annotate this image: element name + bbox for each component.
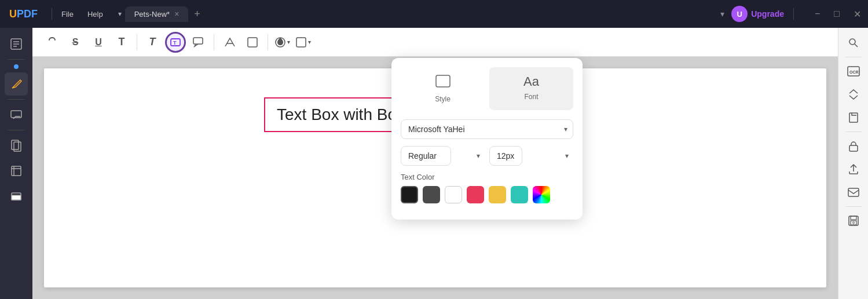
- tab-dropdown-arrow[interactable]: ▾: [115, 8, 125, 20]
- color-picker-button[interactable]: ▾: [273, 34, 291, 51]
- font-family-select[interactable]: Microsoft YaHei Arial Times New Roman He…: [401, 119, 573, 139]
- save-disk-icon[interactable]: [843, 210, 864, 231]
- sidebar-comment-icon[interactable]: [5, 103, 28, 126]
- svg-point-18: [849, 39, 855, 45]
- sidebar-sep-3: [8, 130, 25, 130]
- svg-rect-23: [849, 145, 858, 151]
- text-color-label: Text Color: [401, 173, 573, 181]
- right-sep-3: [845, 206, 862, 207]
- sidebar-pages-icon[interactable]: [5, 32, 28, 56]
- style-size-row: Regular Bold Italic Bold Italic 8px 10px…: [401, 146, 573, 166]
- close-button[interactable]: ✕: [851, 9, 863, 20]
- help-menu[interactable]: Help: [80, 8, 110, 21]
- font-tab-label: Font: [524, 93, 538, 101]
- black-swatch[interactable]: [401, 186, 418, 203]
- font-size-select[interactable]: 8px 10px 12px 14px 16px 18px 24px 36px: [489, 146, 522, 166]
- toolbar-sep-2: [214, 34, 214, 50]
- title-sep-1: [52, 8, 52, 20]
- title-bar: UPDF File Help ▾ Pets-New* × + ▾ U Upgra…: [0, 0, 868, 28]
- font-style-wrapper: Regular Bold Italic Bold Italic: [401, 146, 485, 166]
- style-tab-icon: [435, 74, 451, 92]
- right-sep-2: [845, 132, 862, 132]
- new-tab-button[interactable]: +: [188, 8, 206, 20]
- sidebar-sep-2: [8, 99, 25, 100]
- tab-label: Pets-New*: [134, 10, 170, 19]
- style-tab[interactable]: Style: [401, 67, 485, 110]
- lock-icon[interactable]: [843, 136, 864, 156]
- strikethrough-text-icon[interactable]: S: [65, 32, 86, 53]
- red-swatch[interactable]: [467, 186, 484, 203]
- svg-rect-17: [436, 75, 450, 87]
- svg-text:T: T: [173, 40, 177, 46]
- text-box-active-icon[interactable]: T: [165, 32, 186, 53]
- minimize-button[interactable]: −: [812, 9, 822, 20]
- content-area: S U T T T: [32, 28, 838, 299]
- rainbow-swatch[interactable]: [533, 186, 550, 203]
- convert-icon[interactable]: [843, 84, 864, 105]
- speech-bubble-icon[interactable]: [188, 32, 209, 53]
- svg-rect-24: [848, 188, 859, 196]
- text-plain-icon[interactable]: T: [111, 32, 132, 53]
- win-sep: [793, 8, 794, 20]
- upgrade-label: Upgrade: [751, 9, 784, 19]
- yellow-swatch[interactable]: [489, 186, 506, 203]
- border-style-button[interactable]: ▾: [294, 34, 312, 51]
- search-icon[interactable]: [843, 32, 864, 53]
- font-size-wrapper: 8px 10px 12px 14px 16px 18px 24px 36px: [489, 146, 573, 166]
- sidebar-edit-icon[interactable]: [5, 72, 28, 96]
- svg-rect-9: [12, 195, 21, 200]
- toolbar-sep-3: [268, 34, 268, 50]
- highlight-icon[interactable]: [219, 32, 240, 53]
- maximize-button[interactable]: □: [832, 9, 842, 20]
- sidebar-sep-1: [8, 59, 25, 60]
- color-swatches: [401, 186, 573, 203]
- tab-area: ▾ Pets-New* × +: [115, 6, 718, 22]
- teal-swatch[interactable]: [511, 186, 528, 203]
- eraser-icon[interactable]: [242, 32, 263, 53]
- underline-text-icon[interactable]: U: [88, 32, 109, 53]
- window-controls: − □ ✕: [812, 9, 863, 20]
- left-sidebar: [0, 28, 32, 299]
- svg-rect-27: [851, 221, 856, 225]
- email-icon[interactable]: [843, 182, 864, 203]
- title-chevron-icon[interactable]: ▾: [718, 9, 727, 19]
- upgrade-button[interactable]: U Upgrade: [731, 6, 784, 22]
- toolbar: S U T T T: [32, 28, 838, 57]
- upgrade-avatar: U: [731, 6, 748, 22]
- panel-tabs: Style Aa Font: [401, 67, 573, 110]
- extract-icon[interactable]: [843, 107, 864, 128]
- ocr-icon[interactable]: OCR: [843, 61, 864, 82]
- font-family-section: Microsoft YaHei Arial Times New Roman He…: [401, 119, 573, 139]
- font-tab-icon: Aa: [523, 74, 539, 89]
- app-logo: UPDF: [5, 8, 42, 20]
- svg-rect-22: [849, 113, 858, 122]
- svg-rect-7: [12, 166, 21, 176]
- active-tab[interactable]: Pets-New* ×: [125, 6, 189, 22]
- svg-point-28: [852, 222, 854, 224]
- svg-rect-16: [296, 38, 306, 47]
- text-edit-icon[interactable]: T: [142, 32, 163, 53]
- text-color-section: Text Color: [401, 173, 573, 203]
- svg-line-19: [855, 44, 858, 47]
- svg-rect-14: [248, 38, 257, 47]
- dark-gray-swatch[interactable]: [423, 186, 440, 203]
- font-family-wrapper: Microsoft YaHei Arial Times New Roman He…: [401, 119, 573, 139]
- sidebar-pages2-icon[interactable]: [5, 134, 28, 157]
- title-bar-right: ▾ U Upgrade − □ ✕: [718, 6, 863, 22]
- svg-rect-26: [851, 216, 856, 220]
- font-panel: Style Aa Font Microsoft YaHei Arial: [391, 58, 583, 220]
- text-strikethrough-icon[interactable]: [42, 32, 63, 53]
- tab-close-button[interactable]: ×: [174, 10, 179, 18]
- white-swatch[interactable]: [445, 186, 462, 203]
- sidebar-dot: [14, 64, 19, 69]
- sidebar-crop-icon[interactable]: [5, 159, 28, 183]
- right-sep-1: [845, 57, 862, 57]
- file-menu[interactable]: File: [54, 8, 80, 21]
- sidebar-layers-icon[interactable]: [5, 185, 28, 208]
- font-style-select[interactable]: Regular Bold Italic Bold Italic: [401, 146, 451, 166]
- right-sidebar: OCR: [838, 28, 868, 299]
- toolbar-sep-1: [137, 34, 137, 50]
- main-layout: S U T T T: [0, 28, 868, 299]
- share-icon[interactable]: [843, 159, 864, 180]
- font-tab[interactable]: Aa Font: [489, 67, 573, 110]
